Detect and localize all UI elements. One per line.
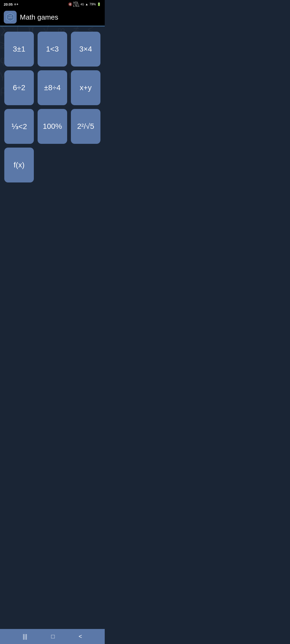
game-card-percent[interactable]: 100% xyxy=(38,109,67,144)
signal-bars: ▲ xyxy=(85,2,88,6)
games-grid: 3±11<33×46÷2±8÷4x+y⅓<2100%2²/√5f(x) xyxy=(0,26,105,188)
svg-text:2 5 4 3: 2 5 4 3 xyxy=(8,17,12,19)
app-title: Math games xyxy=(20,13,58,21)
app-icon: 7 11 2 5 4 3 xyxy=(4,11,17,24)
status-right: 🔇 VOLLTE1 4G ▲ 79% 🔋 xyxy=(68,1,101,7)
signal-icons: ⤨✦ xyxy=(14,3,19,6)
svg-text:7 11: 7 11 xyxy=(9,15,12,17)
game-card-fraction[interactable]: ⅓<2 xyxy=(4,109,34,144)
game-card-pm-divide[interactable]: ±8÷4 xyxy=(38,70,67,105)
game-card-multiply[interactable]: 3×4 xyxy=(71,32,100,67)
game-card-divide[interactable]: 6÷2 xyxy=(4,70,34,105)
game-card-less-than[interactable]: 1<3 xyxy=(38,32,67,67)
mute-icon: 🔇 xyxy=(68,2,72,6)
game-card-power-root[interactable]: 2²/√5 xyxy=(71,109,100,144)
battery-icon: 🔋 xyxy=(97,2,101,6)
game-card-plus-minus[interactable]: 3±1 xyxy=(4,32,34,67)
time-display: 20:05 xyxy=(4,2,13,6)
battery-display: 79% xyxy=(89,2,96,6)
app-bar: 7 11 2 5 4 3 Math games xyxy=(0,9,105,26)
game-card-function[interactable]: f(x) xyxy=(4,148,34,182)
game-card-algebra[interactable]: x+y xyxy=(71,70,100,105)
status-bar: 20:05 ⤨✦ 🔇 VOLLTE1 4G ▲ 79% 🔋 xyxy=(0,0,105,9)
network-text: VOLLTE1 xyxy=(73,1,79,7)
status-time: 20:05 ⤨✦ xyxy=(4,2,19,6)
signal-4g: 4G xyxy=(81,3,84,6)
